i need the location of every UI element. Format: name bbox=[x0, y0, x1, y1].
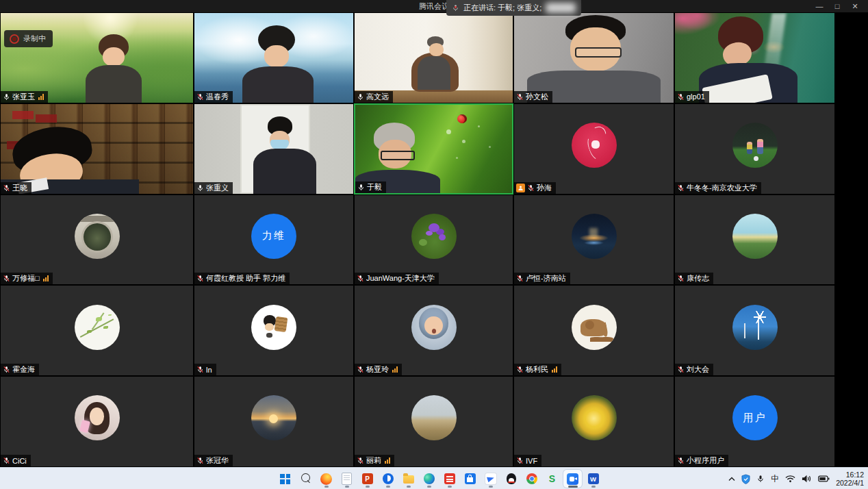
participant-tile[interactable]: 王晓 bbox=[0, 103, 194, 195]
participant-tile[interactable]: 温春秀 bbox=[194, 12, 354, 103]
empty-area bbox=[835, 12, 868, 467]
qq-button[interactable] bbox=[502, 470, 520, 488]
participant-label: 何霞红教授 助手 郭力维 bbox=[194, 273, 290, 284]
search-button[interactable] bbox=[296, 470, 315, 488]
notepad-button[interactable] bbox=[337, 470, 356, 488]
clock-date: 2022/4/1 bbox=[836, 479, 864, 487]
participant-tile[interactable]: 孙文松 bbox=[513, 12, 674, 103]
participant-tile[interactable]: 丽莉 bbox=[354, 376, 513, 467]
bird-app-button[interactable] bbox=[481, 470, 500, 488]
avatar bbox=[75, 214, 120, 259]
participant-tile[interactable]: 霍金海 bbox=[0, 285, 194, 376]
recording-label: 录制中 bbox=[23, 34, 46, 44]
red-chinese-app-button[interactable] bbox=[440, 470, 459, 488]
participant-tile-active-speaker[interactable]: 于毅 bbox=[354, 103, 513, 195]
red-app-icon bbox=[444, 473, 455, 484]
taskbar-icons: P S W bbox=[276, 468, 602, 489]
participant-name: 何霞红教授 助手 郭力维 bbox=[206, 273, 285, 284]
mic-muted-icon bbox=[357, 457, 364, 464]
video-feed bbox=[1, 13, 193, 103]
wifi-icon[interactable] bbox=[785, 475, 795, 483]
participant-label: 高文远 bbox=[355, 91, 393, 103]
mic-muted-icon bbox=[3, 457, 10, 464]
participant-tile[interactable]: 张亚玉 bbox=[0, 12, 194, 103]
avatar bbox=[732, 123, 778, 168]
participant-label: 温春秀 bbox=[194, 91, 233, 103]
participant-tile[interactable]: 卢恒-济南站 bbox=[513, 195, 674, 286]
participant-tile[interactable]: 高文远 bbox=[354, 12, 513, 103]
participant-tile[interactable]: 孙海 bbox=[513, 103, 674, 195]
edge-button[interactable] bbox=[420, 470, 438, 488]
firefox-button[interactable] bbox=[317, 470, 335, 488]
edge-icon bbox=[424, 473, 435, 484]
participant-tile[interactable]: 刘大会 bbox=[674, 285, 835, 376]
app-title: 腾讯会议 bbox=[0, 0, 868, 12]
participant-tile[interactable]: 张冠华 bbox=[194, 376, 354, 467]
word-button[interactable]: W bbox=[584, 470, 602, 488]
firefox-icon bbox=[320, 473, 332, 485]
tray-mic-icon[interactable] bbox=[756, 474, 765, 484]
mic-muted-icon bbox=[196, 275, 204, 282]
participant-tile[interactable]: IVF bbox=[513, 376, 674, 467]
participant-label: 丽莉 bbox=[355, 455, 394, 466]
powerpoint-button[interactable]: P bbox=[358, 470, 376, 488]
battery-icon[interactable] bbox=[818, 475, 830, 482]
participant-tile[interactable]: 康传志 bbox=[674, 195, 835, 286]
participant-name: 刘大会 bbox=[687, 364, 709, 375]
maximize-button[interactable]: □ bbox=[828, 0, 846, 12]
mic-muted-icon bbox=[516, 457, 524, 464]
hidden-icons-chevron[interactable] bbox=[728, 477, 735, 481]
participant-name: ln bbox=[206, 366, 212, 374]
participant-tile[interactable]: 用户 小程序用户 bbox=[674, 376, 835, 467]
blue-round-app-button[interactable] bbox=[379, 470, 397, 488]
participant-label: 于毅 bbox=[355, 181, 386, 193]
close-button[interactable]: ✕ bbox=[846, 0, 864, 12]
store-icon bbox=[465, 473, 476, 484]
taskbar-clock[interactable]: 16:12 2022/4/1 bbox=[836, 471, 864, 487]
participant-name: 杨亚玲 bbox=[366, 364, 389, 375]
ime-indicator[interactable]: 中 bbox=[771, 473, 779, 485]
participant-label: CiCi bbox=[1, 455, 31, 466]
participant-label: 张亚玉 bbox=[1, 91, 48, 103]
participant-tile[interactable]: 杨利民 bbox=[513, 285, 674, 376]
participant-grid: 张亚玉 温春秀 高文远 孙文松 glp01 bbox=[0, 12, 835, 467]
participant-name: 高文远 bbox=[366, 92, 389, 102]
network-signal-icon bbox=[392, 366, 398, 373]
recording-indicator[interactable]: 录制中 bbox=[4, 30, 53, 47]
participant-name: glp01 bbox=[687, 92, 705, 101]
minimize-button[interactable]: — bbox=[810, 0, 828, 12]
chrome-button[interactable] bbox=[522, 470, 541, 488]
app-titlebar: 腾讯会议 bbox=[0, 0, 868, 12]
participant-tile[interactable]: JuanWang-天津大学 bbox=[354, 195, 513, 286]
participant-tile[interactable]: 万修福□ bbox=[0, 195, 194, 286]
avatar bbox=[572, 395, 617, 440]
participant-tile[interactable]: 牛冬冬-南京农业大学 bbox=[674, 103, 835, 195]
participant-tile[interactable]: 力维 何霞红教授 助手 郭力维 bbox=[194, 195, 354, 286]
participant-name: 张冠华 bbox=[206, 455, 229, 466]
participant-tile[interactable]: 杨亚玲 bbox=[354, 285, 513, 376]
speaking-banner: 正在讲话: 于毅; 张重义; bbox=[446, 0, 581, 16]
network-signal-icon bbox=[385, 457, 390, 464]
network-signal-icon bbox=[38, 94, 44, 100]
volume-icon[interactable] bbox=[802, 475, 812, 483]
avatar bbox=[732, 305, 778, 350]
participant-label: 卢恒-济南站 bbox=[514, 273, 570, 284]
search-icon bbox=[299, 471, 311, 484]
participant-tile[interactable]: CiCi bbox=[0, 376, 194, 467]
system-tray: 中 16:12 2022/4/1 bbox=[728, 468, 864, 489]
mic-on-icon bbox=[196, 184, 204, 192]
avatar: 力维 bbox=[251, 214, 296, 259]
participant-tile[interactable]: ln bbox=[194, 285, 354, 376]
mic-muted-icon bbox=[677, 93, 685, 101]
security-shield-icon[interactable] bbox=[741, 474, 750, 484]
microsoft-store-button[interactable] bbox=[461, 470, 479, 488]
tencent-meeting-icon bbox=[567, 473, 578, 485]
avatar bbox=[572, 123, 617, 168]
participant-label: 张重义 bbox=[194, 182, 233, 194]
participant-tile[interactable]: glp01 bbox=[674, 12, 835, 103]
tencent-meeting-button[interactable] bbox=[563, 470, 582, 488]
file-explorer-button[interactable] bbox=[399, 470, 418, 488]
participant-tile[interactable]: 张重义 bbox=[194, 103, 354, 195]
green-s-app-button[interactable]: S bbox=[543, 470, 561, 488]
start-button[interactable] bbox=[276, 470, 294, 488]
